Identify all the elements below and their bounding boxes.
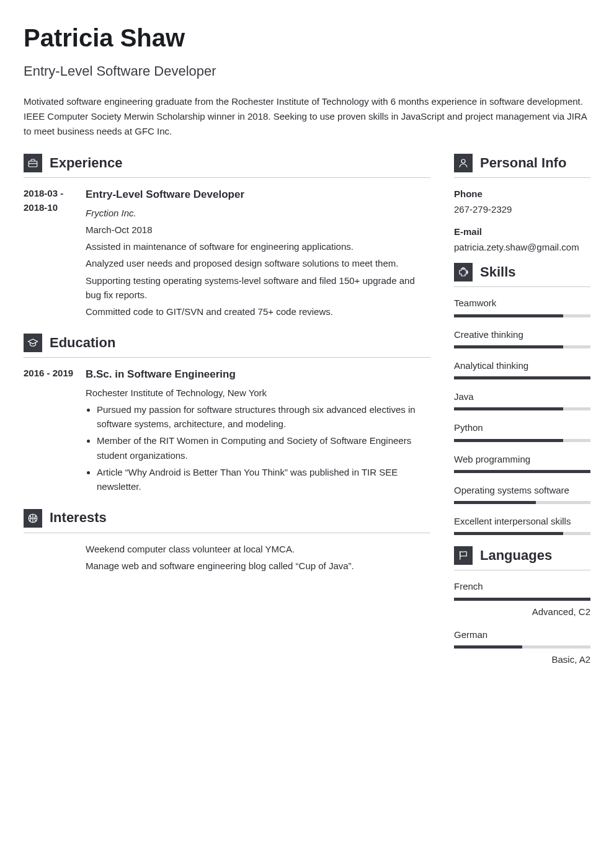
interest-line: Manage web and software engineering blog… [86,559,430,573]
skill-bar [454,314,590,317]
education-entry: 2016 - 2019B.Sc. in Software Engineering… [24,366,430,496]
language-row: FrenchAdvanced, C2 [454,579,590,619]
language-label: German [454,627,590,642]
education-degree: B.Sc. in Software Engineering [86,366,430,383]
skill-row: Creative thinking [454,327,590,348]
basketball-icon [24,509,42,528]
svg-point-3 [461,159,465,163]
briefcase-icon [24,154,42,172]
skills-header: Skills [454,262,590,287]
experience-date: 2018-03 - 2018-10 [24,187,86,321]
personal-info-header: Personal Info [454,153,590,178]
experience-line: Analyzed user needs and proposed design … [86,256,430,270]
education-title: Education [50,332,115,353]
interests-entry: Weekend computer class volunteer at loca… [24,542,430,576]
experience-org: Fryction Inc. [86,206,430,220]
education-school: Rochester Institute of Technology, New Y… [86,386,430,400]
experience-role: Entry-Level Software Developer [86,187,430,203]
skill-bar [454,532,590,535]
email-block: E-mail patricia.zety.shaw@gmail.com [454,224,590,255]
skill-label: Python [454,420,590,435]
skill-row: Python [454,420,590,441]
language-bar [454,598,590,601]
skill-bar [454,407,590,410]
education-bullet: Member of the RIT Women in Computing and… [97,433,430,463]
languages-header: Languages [454,545,590,570]
experience-title: Experience [50,153,122,174]
skill-row: Excellent interpersonal skills [454,514,590,535]
email-label: E-mail [454,224,590,239]
language-label: French [454,579,590,593]
language-level: Basic, A2 [454,652,590,666]
experience-line: Assisted in maintenance of software for … [86,239,430,254]
skill-row: Java [454,389,590,410]
language-row: GermanBasic, A2 [454,627,590,667]
graduation-cap-icon [24,334,42,352]
person-icon [454,154,473,172]
phone-block: Phone 267-279-2329 [454,187,590,217]
puzzle-icon [454,263,473,281]
skill-bar [454,345,590,348]
experience-line: Committed code to GIT/SVN and created 75… [86,304,430,319]
skill-bar [454,439,590,442]
education-header: Education [24,332,430,358]
main-column: Experience 2018-03 - 2018-10Entry-Level … [24,153,430,675]
experience-entry: 2018-03 - 2018-10Entry-Level Software De… [24,187,430,321]
languages-title: Languages [480,545,552,566]
skill-label: Operating systems software [454,483,590,497]
resume-name: Patricia Shaw [24,19,590,57]
experience-daterange: March-Oct 2018 [86,223,430,237]
personal-info-title: Personal Info [480,153,566,174]
language-level: Advanced, C2 [454,604,590,619]
experience-line: Supporting testing operating systems-lev… [86,273,430,303]
education-bullet: Article “Why Android is Better Than You … [97,465,430,494]
skill-label: Web programming [454,452,590,466]
svg-rect-0 [29,161,37,167]
interests-header: Interests [24,507,430,533]
skill-row: Analytical thinking [454,358,590,379]
language-bar [454,645,590,649]
skills-title: Skills [480,262,515,283]
skill-row: Web programming [454,452,590,473]
flag-icon [454,546,473,565]
resume-summary: Motivated software engineering graduate … [24,94,590,139]
interest-line: Weekend computer class volunteer at loca… [86,542,430,556]
skill-label: Teamwork [454,296,590,310]
education-date: 2016 - 2019 [24,366,86,496]
skill-label: Excellent interpersonal skills [454,514,590,528]
side-column: Personal Info Phone 267-279-2329 E-mail … [454,153,590,675]
skill-label: Java [454,389,590,404]
skill-label: Analytical thinking [454,358,590,373]
skill-bar [454,470,590,473]
skill-bar [454,376,590,379]
skill-row: Teamwork [454,296,590,317]
skill-bar [454,501,590,504]
skill-label: Creative thinking [454,327,590,342]
experience-header: Experience [24,153,430,178]
education-bullet: Pursued my passion for software structur… [97,402,430,432]
phone-label: Phone [454,187,590,201]
email-value: patricia.zety.shaw@gmail.com [454,240,590,254]
interests-title: Interests [50,507,107,528]
skill-row: Operating systems software [454,483,590,504]
resume-title: Entry-Level Software Developer [24,61,590,82]
phone-value: 267-279-2329 [454,202,590,216]
